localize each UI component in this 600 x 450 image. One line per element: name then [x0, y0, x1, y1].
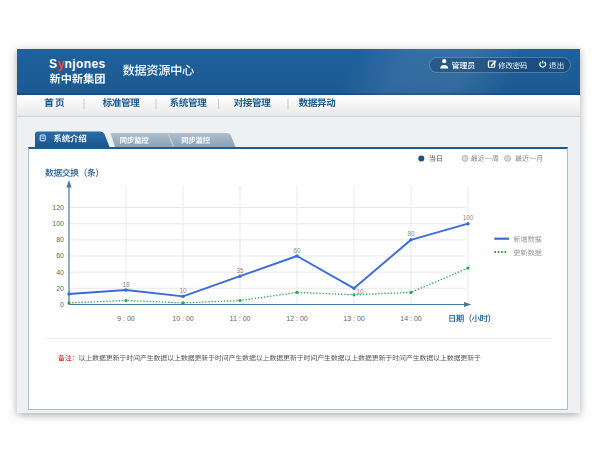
svg-text:100: 100 — [52, 220, 64, 227]
svg-text:18: 18 — [122, 281, 130, 288]
svg-text:12 : 00: 12 : 00 — [286, 315, 308, 322]
svg-text:13 : 00: 13 : 00 — [343, 315, 365, 322]
svg-text:60: 60 — [56, 252, 64, 259]
svg-text:80: 80 — [56, 236, 64, 243]
svg-text:0: 0 — [60, 301, 64, 308]
svg-text:10: 10 — [179, 287, 187, 294]
svg-text:9 : 00: 9 : 00 — [117, 315, 135, 322]
svg-text:10 : 00: 10 : 00 — [172, 315, 194, 322]
svg-text:120: 120 — [52, 204, 64, 211]
svg-text:100: 100 — [463, 214, 474, 221]
svg-text:35: 35 — [236, 267, 244, 274]
svg-text:40: 40 — [56, 269, 64, 276]
svg-text:80: 80 — [407, 230, 415, 237]
svg-text:14 : 00: 14 : 00 — [400, 315, 422, 322]
svg-text:20: 20 — [56, 285, 64, 292]
svg-text:60: 60 — [293, 247, 301, 254]
svg-text:10: 10 — [357, 288, 365, 295]
svg-text:11 : 00: 11 : 00 — [230, 315, 251, 322]
